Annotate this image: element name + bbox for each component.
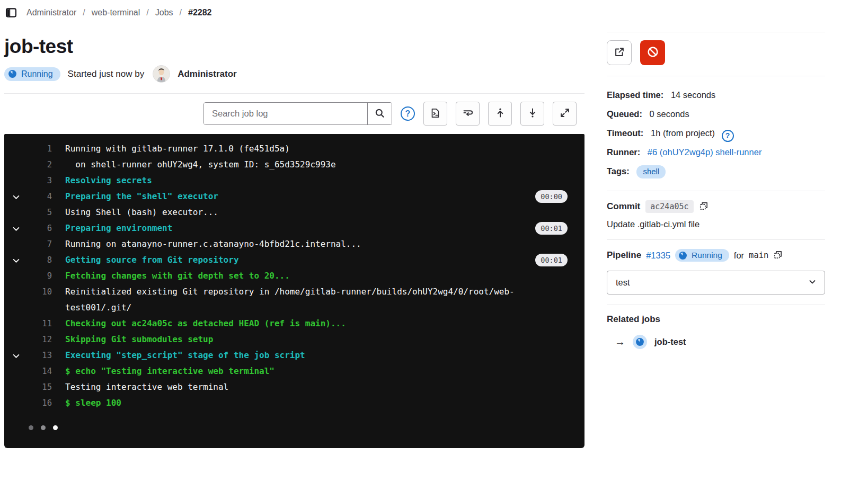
line-text: Testing interactive web terminal (65, 379, 577, 395)
running-status-icon (678, 251, 687, 260)
avatar[interactable] (153, 65, 170, 83)
line-text: Running on atanayno-runner.c.atanayno-4b… (65, 236, 577, 252)
running-status-icon (633, 335, 647, 349)
line-number[interactable]: 15 (28, 379, 52, 395)
line-number[interactable]: 16 (28, 395, 52, 411)
log-toolbar: ? (4, 94, 584, 134)
search-group (203, 102, 392, 125)
line-number[interactable]: 13 (28, 347, 52, 363)
collapse-chevron-icon[interactable] (4, 252, 28, 265)
scroll-top-button[interactable] (488, 102, 512, 126)
collapse-chevron-icon[interactable] (4, 189, 28, 201)
copy-icon (773, 250, 783, 261)
log-line: 10 Reinitialized existing Git repository… (4, 284, 577, 316)
status-badge[interactable]: Running (4, 67, 60, 81)
line-number[interactable]: 10 (28, 284, 52, 300)
duration-badge: 00:01 (535, 222, 568, 235)
line-text: on shell-runner ohUY2wg4, system ID: s_6… (65, 157, 577, 173)
pipeline-ref[interactable]: main (749, 251, 768, 260)
breadcrumb-item-project[interactable]: web-terminal (92, 8, 140, 17)
log-loading-indicator (29, 425, 577, 441)
log-line: 15 Testing interactive web terminal (4, 379, 577, 395)
line-text: Using Shell (bash) executor... (65, 204, 577, 220)
line-number[interactable]: 9 (28, 268, 52, 284)
line-number[interactable]: 7 (28, 236, 52, 252)
related-job-item[interactable]: → job-test (607, 335, 825, 349)
duration-badge: 00:00 (535, 190, 568, 203)
breadcrumb-item-administrator[interactable]: Administrator (26, 8, 76, 17)
copy-commit-sha-button[interactable] (699, 201, 708, 212)
detail-row: Timeout: 1h (from project) ? (607, 123, 825, 142)
log-line: 16 $ sleep 100 (4, 395, 577, 411)
breadcrumb-current-job-id: #2282 (188, 8, 212, 17)
fullscreen-icon (560, 108, 570, 120)
wrap-lines-button[interactable] (456, 102, 480, 126)
log-line: 13 Executing "step_script" stage of the … (4, 347, 577, 363)
pipeline-status-badge[interactable]: Running (675, 249, 729, 262)
stage-dropdown[interactable]: test (607, 271, 825, 294)
detail-row: Queued: 0 seconds (607, 104, 825, 123)
job-log-panel: ? (4, 93, 584, 448)
line-number[interactable]: 2 (28, 157, 52, 173)
breadcrumb-item-jobs[interactable]: Jobs (155, 8, 173, 17)
search-input[interactable] (204, 103, 367, 124)
line-number[interactable]: 14 (28, 363, 52, 379)
collapse-chevron-icon[interactable] (4, 347, 28, 360)
author-name[interactable]: Administrator (178, 69, 236, 79)
log-line: 11 Checking out ac24a05c as detached HEA… (4, 316, 577, 332)
fullscreen-button[interactable] (553, 102, 577, 126)
job-sidebar: Elapsed time: 14 seconds Queued: 0 secon… (607, 32, 825, 359)
related-job-name[interactable]: job-test (654, 337, 686, 347)
line-number[interactable]: 3 (28, 173, 52, 189)
open-in-new-tab-button[interactable] (607, 40, 632, 65)
detail-row: Runner: #6 (ohUY2wg4p) shell-runner (607, 142, 825, 162)
line-number[interactable]: 11 (28, 316, 52, 332)
cancel-job-button[interactable] (640, 40, 665, 65)
log-line: 2 on shell-runner ohUY2wg4, system ID: s… (4, 157, 577, 173)
job-details-section: Elapsed time: 14 seconds Queued: 0 secon… (607, 76, 825, 191)
line-number[interactable]: 5 (28, 204, 52, 220)
log-line: 1 Running with gitlab-runner 17.1.0 (fe4… (4, 141, 577, 157)
pipeline-for-text: for (734, 251, 744, 261)
collapse-chevron-icon[interactable] (4, 220, 28, 233)
page-title: job-test (4, 35, 584, 58)
commit-sha[interactable]: ac24a05c (645, 200, 693, 213)
line-text[interactable]: Getting source from Git repository (65, 252, 529, 268)
external-link-icon (614, 47, 625, 59)
sidebar-toggle-icon[interactable] (5, 7, 17, 19)
breadcrumb-separator: / (180, 8, 182, 17)
tag-badge[interactable]: shell (636, 165, 666, 178)
log-line: 3 Resolving secrets (4, 173, 577, 189)
search-button[interactable] (367, 103, 392, 124)
help-icon[interactable]: ? (401, 106, 415, 121)
line-text: Resolving secrets (65, 173, 577, 189)
breadcrumb: Administrator / web-terminal / Jobs / #2… (0, 0, 868, 25)
scroll-bottom-button[interactable] (520, 102, 544, 126)
log-line: 8 Getting source from Git repository 00:… (4, 252, 577, 268)
current-job-arrow-icon: → (615, 336, 625, 348)
log-line: 5 Using Shell (bash) executor... (4, 204, 577, 220)
log-line: 12 Skipping Git submodules setup (4, 332, 577, 347)
line-number[interactable]: 8 (28, 252, 52, 268)
line-number[interactable]: 6 (28, 220, 52, 236)
line-number[interactable]: 12 (28, 332, 52, 347)
scroll-top-icon (495, 108, 506, 120)
line-text: $ echo "Testing interactive web terminal… (65, 363, 577, 379)
status-badge-label: Running (21, 69, 53, 79)
help-icon[interactable]: ? (722, 130, 734, 142)
line-text: Fetching changes with git depth set to 2… (65, 268, 577, 284)
detail-value: 0 seconds (650, 109, 689, 119)
log-line: 9 Fetching changes with git depth set to… (4, 268, 577, 284)
raw-log-button[interactable] (423, 102, 447, 126)
line-number[interactable]: 1 (28, 141, 52, 157)
line-text[interactable]: Preparing environment (65, 220, 529, 236)
line-number[interactable]: 4 (28, 189, 52, 204)
copy-ref-button[interactable] (773, 250, 783, 261)
line-text[interactable]: Preparing the "shell" executor (65, 189, 529, 204)
wrap-lines-icon (463, 108, 473, 120)
line-text: Running with gitlab-runner 17.1.0 (fe451… (65, 141, 577, 157)
commit-label: Commit (607, 201, 640, 212)
detail-value[interactable]: #6 (ohUY2wg4p) shell-runner (648, 147, 762, 157)
pipeline-id-link[interactable]: #1335 (646, 251, 670, 261)
line-text[interactable]: Executing "step_script" stage of the job… (65, 347, 577, 363)
